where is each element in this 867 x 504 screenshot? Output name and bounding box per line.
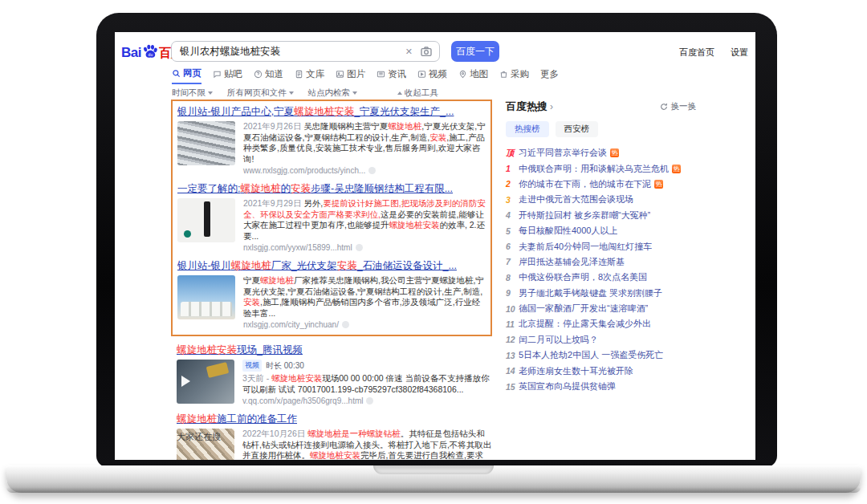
- nav-tab[interactable]: 文库: [295, 68, 324, 83]
- hot-search-item[interactable]: 2你的城市在下雨，他的城市在下泥热: [506, 177, 747, 192]
- result-title-link[interactable]: 螺旋地桩施工前的准备工作: [177, 413, 492, 426]
- result-body: 2021年9月26日 吴忠隆顺钢构主营宁夏螺旋地桩,宁夏光伏支架,宁夏石油储运设…: [177, 121, 486, 175]
- caret-down-icon: [352, 91, 357, 95]
- result-url[interactable]: nxlsgjg.com/city_yinchuan/: [243, 320, 486, 329]
- tieba-icon: [213, 70, 222, 79]
- nav-tab[interactable]: 地图: [458, 68, 488, 83]
- result-title-link[interactable]: 银川站-银川螺旋地桩厂家_光伏支架安装_石油储运设备设计_...: [177, 259, 486, 273]
- caret-down-icon: [289, 91, 294, 95]
- result-title-link[interactable]: 一定要了解的:螺旋地桩的安装步骤-吴忠隆顺钢结构工程有限...: [177, 182, 486, 196]
- result-title-link[interactable]: 螺旋地桩安装现场_腾讯视频: [177, 343, 492, 357]
- hot-search-text: 老师连扇女生数十耳光被开除: [519, 365, 633, 377]
- text-segment: 吴忠隆顺钢构主营宁夏: [303, 121, 388, 131]
- nav-tab[interactable]: 采购: [499, 68, 529, 83]
- text-segment: 银川站-银川: [177, 260, 231, 271]
- result-text: 2022年10月26日 螺旋地桩是一种螺旋钻桩。其特征是包括钻头和钻杆,钻头或钻…: [242, 429, 492, 460]
- filter-filetype[interactable]: 所有网页和文件: [227, 87, 294, 99]
- nav-tab-label: 视频: [429, 68, 447, 80]
- video-icon: [417, 70, 426, 79]
- hot-search-item[interactable]: 9男子缅北戴手铐敲键盘 哭求别割腰子: [506, 286, 747, 301]
- text-segment: ,施工,隆顺钢构产品畅销国内多个省市,涉及领域广泛,行业经验丰富...: [243, 297, 480, 318]
- nav-tab-label: 图片: [347, 68, 365, 80]
- hot-search-item[interactable]: 14老师连扇女生数十耳光被开除: [506, 363, 747, 378]
- nav-tab[interactable]: 视频: [417, 68, 447, 83]
- info-icon: [356, 244, 363, 251]
- result-title-link[interactable]: 银川站-银川产品中心,宁夏螺旋地桩安装_宁夏光伏支架生产_...: [177, 105, 486, 119]
- result-url[interactable]: v.qq.com/x/page/h3506grq9...html: [242, 396, 492, 405]
- results-column: 银川站-银川产品中心,宁夏螺旋地桩安装_宁夏光伏支架生产_...2021年9月2…: [171, 100, 492, 460]
- hot-search-rank: 3: [506, 195, 519, 205]
- info-icon: [342, 321, 349, 328]
- hot-search-item[interactable]: 15英国宣布向乌提供贫铀弹: [506, 379, 747, 394]
- nav-tab[interactable]: 知道: [254, 68, 283, 83]
- text-segment: 施工前的准备工作: [217, 413, 297, 425]
- hot-search-text: 岸田抵达基辅会见泽连斯基: [519, 256, 625, 268]
- hot-search-text: 闰二月可以上坟吗？: [519, 334, 598, 346]
- text-segment: 螺旋地桩: [240, 183, 280, 194]
- search-input[interactable]: [171, 41, 440, 62]
- nav-tab-label: 贴吧: [224, 68, 242, 80]
- result-thumbnail[interactable]: [177, 198, 235, 242]
- filter-site-search[interactable]: 站点内检索: [308, 87, 358, 99]
- chevron-right-icon: ›: [550, 101, 553, 112]
- baidu-home-link[interactable]: 百度首页: [679, 47, 714, 59]
- collapse-tools-button[interactable]: 收起工具: [397, 87, 438, 99]
- hot-search-list: 顶习近平同普京举行会谈热1中俄联合声明：用和谈解决乌克兰危机热2你的城市在下雨，…: [506, 145, 747, 394]
- hot-search-title[interactable]: 百度热搜: [506, 100, 547, 114]
- result-url[interactable]: nxlsgjg.com/yyxw/15899...html: [243, 243, 486, 252]
- text-segment: 螺旋地桩安装: [271, 373, 322, 383]
- hot-search-item[interactable]: 11北京提醒：停止露天集会减少外出: [506, 316, 747, 331]
- hot-search-item[interactable]: 顶习近平同普京举行会谈热: [506, 145, 747, 161]
- search-result: 一定要了解的:螺旋地桩的安装步骤-吴忠隆顺钢结构工程有限...2021年9月29…: [177, 182, 486, 252]
- nav-tab[interactable]: 更多: [540, 68, 559, 83]
- result-description: 2021年9月29日 另外,要提前设计好施工图,把现场涉及到的消防安全、环保以及…: [243, 198, 486, 242]
- text-segment: 宁夏: [243, 275, 260, 285]
- hot-search-rank: 4: [506, 210, 519, 220]
- hot-search-item[interactable]: 3走进中俄元首大范围会谈现场: [506, 192, 747, 207]
- result-url[interactable]: www.nxlsgjg.com/products/yinch...: [243, 166, 486, 175]
- hot-search-item[interactable]: 6夫妻前后40分钟同一地闯红灯撞车: [506, 238, 747, 254]
- text-segment: 步骤-吴忠隆顺钢结构工程有限...: [311, 183, 453, 194]
- filter-time[interactable]: 时间不限: [172, 87, 213, 99]
- nav-tab[interactable]: 资讯: [377, 68, 406, 83]
- hot-search-text: 习近平同普京举行会谈: [519, 147, 607, 159]
- hot-search-rank: 顶: [506, 148, 519, 159]
- result-thumbnail-play[interactable]: [177, 360, 234, 404]
- nav-tab-label: 网页: [183, 67, 201, 79]
- hot-search-item[interactable]: 1中俄联合声明：用和谈解决乌克兰危机热: [506, 161, 747, 176]
- text-segment: 2021年9月26日: [243, 121, 303, 131]
- settings-link[interactable]: 设置: [731, 47, 748, 59]
- video-duration: 时长 00:30: [266, 360, 304, 372]
- hot-search-tab[interactable]: 西安榜: [556, 121, 599, 137]
- text-segment: 的: [280, 183, 291, 194]
- text-segment: 螺旋地桩: [260, 275, 294, 285]
- hot-search-text: 男子缅北戴手铐敲键盘 哭求别割腰子: [519, 287, 662, 299]
- result-thumbnail[interactable]: [177, 275, 235, 319]
- hot-search-item[interactable]: 135日本人抢劫2中国人 一强盗受伤死亡: [506, 348, 747, 363]
- nav-tab[interactable]: 贴吧: [213, 68, 242, 83]
- caret-down-icon: [208, 91, 213, 95]
- result-body: 视频时长 00:303天前 - 螺旋地桩安装现场00 00 00:00 倍速 当…: [177, 360, 492, 405]
- hot-search-item[interactable]: 7岸田抵达基辅会见泽连斯基: [506, 254, 747, 270]
- hot-search-item[interactable]: 5每日核酸阳性4000人以上: [506, 223, 747, 238]
- hot-search-tab[interactable]: 热搜榜: [506, 121, 549, 137]
- clear-icon[interactable]: ✕: [405, 45, 413, 58]
- hot-search-item[interactable]: 8中俄这份联合声明，8次点名美国: [506, 270, 747, 285]
- hot-badge-icon: 热: [672, 165, 681, 173]
- image-icon: [336, 70, 344, 79]
- hot-search-text: 夫妻前后40分钟同一地闯红灯撞车: [519, 241, 652, 253]
- result-description: 2021年9月26日 吴忠隆顺钢构主营宁夏螺旋地桩,宁夏光伏支架,宁夏石油储运设…: [243, 121, 486, 165]
- nav-tab-label: 资讯: [388, 68, 406, 80]
- search-button[interactable]: 百度一下: [451, 41, 499, 62]
- hot-search-item[interactable]: 10德国一家酿酒厂开发出“速溶啤酒”: [506, 301, 747, 316]
- map-icon: [458, 70, 467, 79]
- hot-search-item[interactable]: 4开特斯拉回村 被乡亲群嘲“大冤种”: [506, 208, 747, 223]
- nav-tab[interactable]: 图片: [336, 68, 365, 83]
- result-thumbnail[interactable]: [177, 121, 235, 165]
- hot-search-item[interactable]: 12闰二月可以上坟吗？: [506, 332, 747, 348]
- hot-search-text: 你的城市在下雨，他的城市在下泥: [519, 178, 651, 190]
- camera-icon[interactable]: [420, 45, 433, 58]
- text-segment: 螺旋地桩是一种螺旋钻桩: [307, 429, 401, 438]
- refresh-button[interactable]: 换一换: [660, 101, 697, 112]
- nav-tab[interactable]: 网页: [172, 67, 201, 84]
